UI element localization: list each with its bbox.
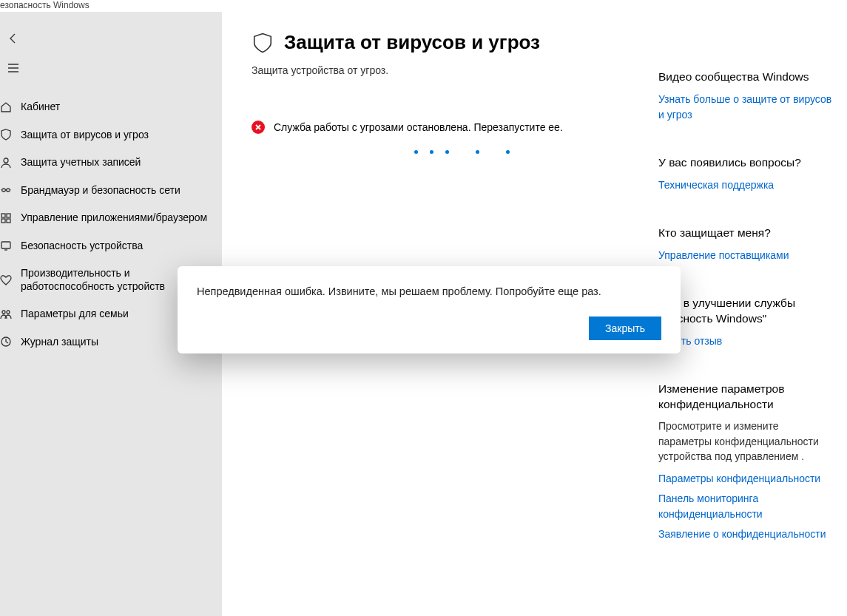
status-row: Служба работы с угрозами остановлена. Пе…	[252, 121, 641, 134]
svg-point-7	[7, 311, 10, 314]
nav-app-browser[interactable]: Управление приложениями/браузером	[0, 204, 222, 232]
history-icon	[0, 336, 12, 348]
svg-rect-3	[1, 219, 5, 223]
menu-button[interactable]	[0, 53, 222, 83]
back-icon	[7, 33, 19, 44]
link-privacy-dashboard[interactable]: Панель мониторинга конфиденциальности	[658, 491, 832, 522]
health-icon	[0, 274, 12, 286]
svg-point-6	[2, 311, 5, 314]
family-icon	[0, 308, 12, 320]
link-privacy-statement[interactable]: Заявление о конфиденциальности	[658, 527, 832, 542]
nav-account[interactable]: Защита учетных записей	[0, 149, 222, 177]
error-icon	[252, 121, 265, 134]
nav-label: Кабинет	[21, 101, 215, 114]
page-title: Защита от вирусов и угроз	[284, 31, 540, 54]
nav-label: Управление приложениями/браузером	[21, 211, 215, 225]
window-title: езопасность Windows	[0, 0, 90, 10]
rp-heading-community: Видео сообщества Windows	[658, 70, 832, 85]
svg-rect-4	[7, 219, 10, 223]
nav-label: Безопасность устройства	[21, 240, 215, 253]
svg-rect-1	[1, 214, 5, 217]
apps-icon	[0, 212, 12, 224]
rp-heading-improve: ощь в улучшении службы опасность Windows…	[658, 296, 832, 327]
right-panel: Видео сообщества Windows Узнать больше о…	[658, 31, 832, 616]
home-icon	[0, 101, 12, 113]
network-icon	[0, 184, 12, 196]
back-button[interactable]	[0, 24, 222, 53]
nav-label: Защита от вирусов и угроз	[21, 129, 215, 142]
error-dialog: Непредвиденная ошибка. Извините, мы реша…	[178, 266, 681, 353]
nav-virus[interactable]: Защита от вирусов и угроз	[0, 121, 222, 149]
rp-heading-questions: У вас появились вопросы?	[658, 155, 832, 171]
dialog-message: Непредвиденная ошибка. Извините, мы реша…	[197, 285, 661, 297]
shield-icon	[0, 129, 12, 141]
link-support[interactable]: Техническая поддержка	[658, 177, 832, 193]
status-text: Служба работы с угрозами остановлена. Пе…	[274, 121, 563, 133]
rp-privacy-text: Просмотрите и измените параметры конфиде…	[658, 419, 832, 464]
page-title-row: Защита от вирусов и угроз	[252, 31, 641, 54]
title-bar: езопасность Windows	[0, 0, 847, 12]
svg-rect-5	[1, 242, 10, 248]
page-subtitle: Защита устройства от угроз.	[252, 64, 641, 76]
link-feedback[interactable]: равить отзыв	[658, 334, 832, 349]
close-button[interactable]: Закрыть	[589, 317, 661, 340]
nav-home[interactable]: Кабинет	[0, 93, 222, 121]
nav-label: Защита учетных записей	[21, 156, 215, 169]
link-providers[interactable]: Управление поставщиками	[658, 248, 832, 263]
link-learn-more[interactable]: Узнать больше о защите от вирусов и угро…	[658, 92, 832, 123]
loading-indicator	[414, 150, 641, 154]
nav-label: Брандмауэр и безопасность сети	[21, 184, 215, 197]
rp-heading-protects: Кто защищает меня?	[658, 226, 832, 241]
svg-rect-2	[7, 214, 10, 217]
device-icon	[0, 240, 12, 251]
nav-device-security[interactable]: Безопасность устройства	[0, 232, 222, 260]
nav-firewall[interactable]: Брандмауэр и безопасность сети	[0, 177, 222, 205]
hamburger-icon	[7, 62, 19, 74]
account-icon	[0, 157, 12, 169]
link-privacy-settings[interactable]: Параметры конфиденциальности	[658, 471, 832, 487]
rp-heading-privacy: Изменение параметров конфиденциальности	[658, 382, 832, 413]
svg-point-0	[4, 158, 8, 163]
shield-icon	[252, 32, 274, 54]
